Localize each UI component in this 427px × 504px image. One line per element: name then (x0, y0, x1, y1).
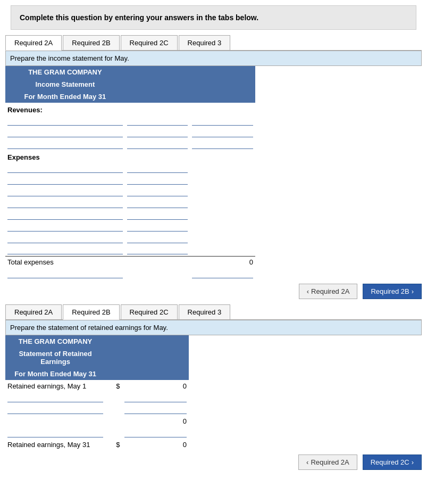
retained-earnings-may31-value: 0 (122, 439, 189, 450)
company-name-2: THE GRAM COMPANY (5, 335, 105, 348)
revenue-total-1[interactable] (192, 117, 253, 126)
net-income-value[interactable] (192, 269, 253, 278)
back-label: Required 2A (311, 287, 349, 295)
re-name-1[interactable] (7, 393, 103, 402)
expense-name-8[interactable] (7, 245, 123, 254)
revenue-total-3[interactable] (192, 140, 253, 149)
total-expenses-label: Total expenses (5, 256, 125, 268)
instruction-text: Complete this question by entering your … (11, 5, 416, 30)
tab2-required-2b[interactable]: Required 2B (63, 304, 119, 320)
revenue-row-3 (5, 138, 255, 150)
statement-title-2: Statement of Retained Earnings (5, 348, 105, 368)
expense-row-3 (5, 186, 255, 197)
retained-earnings-may1-row: Retained earnings, May 1 $ 0 (5, 380, 189, 392)
expense-name-2[interactable] (7, 176, 123, 185)
expense-amount-3[interactable] (127, 187, 188, 196)
expense-amount-6[interactable] (127, 222, 188, 232)
revenues-header-row: Revenues: (5, 103, 255, 115)
re-name-2[interactable] (7, 405, 103, 414)
expense-row-6 (5, 221, 255, 233)
total-expenses-row: Total expenses 0 (5, 256, 255, 268)
forward-arrow-icon-2: › (412, 458, 414, 466)
expense-amount-7[interactable] (127, 234, 188, 243)
forward-label: Required 2B (371, 287, 409, 295)
income-statement-table: THE GRAM COMPANY Income Statement For Mo… (5, 66, 255, 279)
expense-name-7[interactable] (7, 234, 123, 243)
revenue-amount-2[interactable] (127, 128, 188, 137)
expense-amount-8[interactable] (127, 245, 188, 254)
expense-row-7 (5, 233, 255, 244)
revenue-name-3[interactable] (7, 140, 123, 149)
statement-title: Income Statement (5, 78, 125, 90)
re-input-row-3 (5, 427, 189, 439)
company-name: THE GRAM COMPANY (5, 66, 125, 78)
back-label-2: Required 2A (311, 458, 349, 466)
tab-required-2c[interactable]: Required 2C (121, 35, 178, 50)
section1-nav: ‹ Required 2A Required 2B › (5, 284, 422, 299)
section2-nav: ‹ Required 2A Required 2C › (5, 455, 422, 470)
net-income-label[interactable] (7, 269, 123, 278)
revenue-amount-1[interactable] (127, 117, 188, 126)
expense-name-4[interactable] (7, 199, 123, 208)
re-input-row-2 (5, 403, 189, 415)
tab2-required-3[interactable]: Required 3 (179, 304, 231, 319)
expense-row-4 (5, 197, 255, 209)
section1-description: Prepare the income statement for May. (5, 51, 422, 66)
expense-row-8 (5, 244, 255, 256)
revenue-name-2[interactable] (7, 128, 123, 137)
re-value-2[interactable] (124, 405, 187, 414)
retained-earnings-may1-label: Retained earnings, May 1 (5, 380, 105, 392)
revenue-row-1 (5, 115, 255, 127)
re-value-1[interactable] (124, 393, 187, 402)
forward-label-2: Required 2C (371, 458, 409, 466)
retained-earnings-may31-label: Retained earnings, May 31 (5, 439, 105, 450)
re-input-row-1 (5, 392, 189, 403)
tabs-section2: Required 2A Required 2B Required 2C Requ… (5, 304, 422, 320)
revenue-total-2[interactable] (192, 128, 253, 137)
expense-name-1[interactable] (7, 164, 123, 173)
tab2-required-2a[interactable]: Required 2A (5, 304, 62, 319)
statement-period-2: For Month Ended May 31 (5, 368, 105, 380)
retained-earnings-may1-value: 0 (122, 380, 189, 392)
back-required-2a-button-2[interactable]: ‹ Required 2A (298, 455, 357, 470)
statement-period: For Month Ended May 31 (5, 90, 125, 103)
expense-row-1 (5, 162, 255, 174)
back-arrow-icon-2: ‹ (306, 458, 308, 466)
tab2-required-2c[interactable]: Required 2C (121, 304, 178, 319)
net-income-row (5, 268, 255, 279)
expense-name-3[interactable] (7, 187, 123, 196)
forward-required-2c-button[interactable]: Required 2C › (363, 455, 422, 470)
revenue-row-2 (5, 127, 255, 138)
re-value-3[interactable] (124, 428, 187, 437)
re-subtotal-value: 0 (122, 415, 189, 427)
expense-amount-1[interactable] (127, 164, 188, 173)
total-expenses-value: 0 (190, 256, 255, 268)
expense-name-5[interactable] (7, 211, 123, 220)
expense-amount-4[interactable] (127, 199, 188, 208)
tab-required-3[interactable]: Required 3 (179, 35, 231, 50)
forward-required-2b-button[interactable]: Required 2B › (363, 284, 422, 299)
retained-earnings-table: THE GRAM COMPANY Statement of Retained E… (5, 335, 189, 450)
dollar-sign-1: $ (105, 380, 122, 392)
expense-name-6[interactable] (7, 222, 123, 232)
dollar-sign-2: $ (105, 439, 122, 450)
re-subtotal-row: 0 (5, 415, 189, 427)
revenue-name-1[interactable] (7, 117, 123, 126)
expenses-header-row: Expenses (5, 150, 255, 162)
tab-required-2b[interactable]: Required 2B (63, 35, 119, 50)
retained-earnings-may31-row: Retained earnings, May 31 $ 0 (5, 439, 189, 450)
expense-row-5 (5, 209, 255, 221)
re-name-3[interactable] (7, 428, 103, 437)
forward-arrow-icon: › (412, 287, 414, 295)
expense-amount-2[interactable] (127, 176, 188, 185)
tab-required-2a[interactable]: Required 2A (5, 35, 62, 51)
back-required-2a-button[interactable]: ‹ Required 2A (299, 284, 358, 299)
revenue-amount-3[interactable] (127, 140, 188, 149)
expenses-label: Expenses (5, 150, 125, 162)
revenues-label: Revenues: (5, 103, 125, 115)
expense-amount-5[interactable] (127, 211, 188, 220)
expense-row-2 (5, 174, 255, 186)
section2-description: Prepare the statement of retained earnin… (5, 320, 422, 335)
back-arrow-icon: ‹ (307, 287, 309, 295)
tabs-section1: Required 2A Required 2B Required 2C Requ… (5, 35, 422, 51)
